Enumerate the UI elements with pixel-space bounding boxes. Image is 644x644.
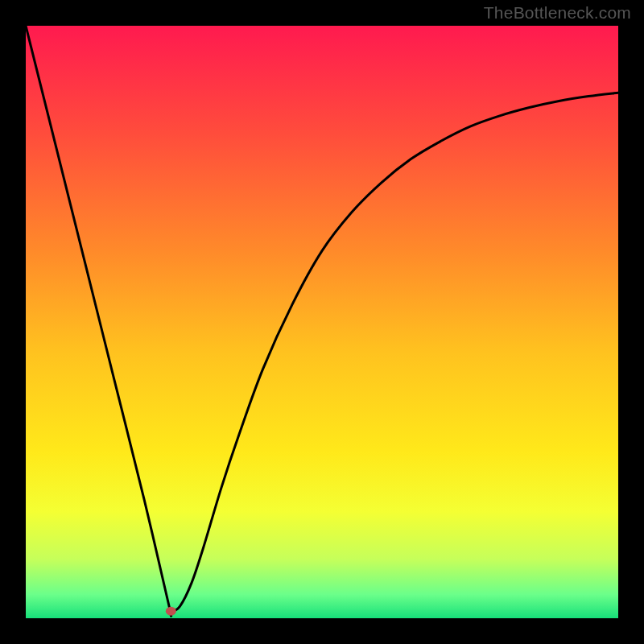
optimum-marker bbox=[166, 607, 176, 616]
gradient-rect bbox=[26, 26, 618, 618]
chart-svg bbox=[26, 26, 618, 618]
plot-area bbox=[26, 26, 618, 618]
chart-frame: TheBottleneck.com bbox=[0, 0, 644, 644]
watermark-label: TheBottleneck.com bbox=[484, 3, 631, 23]
